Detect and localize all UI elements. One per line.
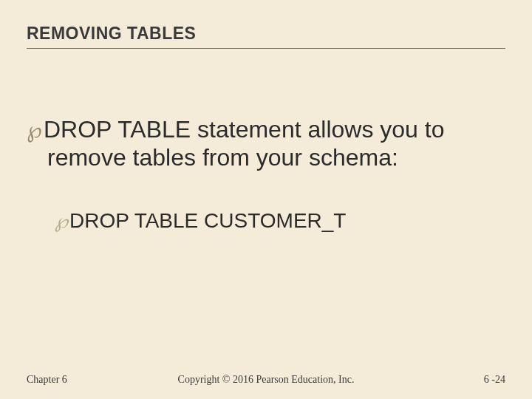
slide-title: REMOVING TABLES [27,24,505,49]
footer-copyright: Copyright © 2016 Pearson Education, Inc. [0,374,532,386]
slide-footer: Chapter 6 Copyright © 2016 Pearson Educa… [0,374,532,386]
bullet-text: DROP TABLE statement allows you to remov… [44,116,444,171]
slide: REMOVING TABLES ℘DROP TABLE statement al… [0,0,532,399]
bullet-text: DROP TABLE CUSTOMER_T [69,209,346,232]
bullet-icon: ℘ [55,210,69,232]
footer-page-number: 6 -24 [484,374,505,386]
slide-body: ℘DROP TABLE statement allows you to remo… [27,115,505,233]
bullet-icon: ℘ [27,117,44,142]
footer-chapter: Chapter 6 [27,374,67,386]
bullet-level-2: ℘DROP TABLE CUSTOMER_T [27,208,505,233]
bullet-level-1: ℘DROP TABLE statement allows you to remo… [27,115,505,172]
